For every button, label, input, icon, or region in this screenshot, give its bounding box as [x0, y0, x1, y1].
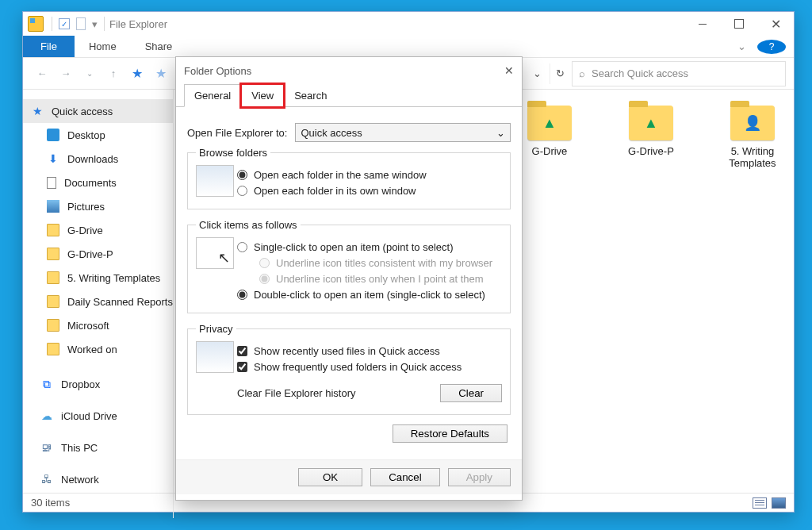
sidebar-quick-access[interactable]: ★Quick access	[23, 99, 173, 123]
user-icon: 👤	[743, 113, 762, 132]
app-icon	[28, 16, 44, 32]
ok-button[interactable]: OK	[298, 468, 362, 486]
radio-own-window[interactable]: Open each folder in its own window	[237, 185, 502, 197]
forward-button[interactable]: →	[55, 63, 77, 85]
checkbox-icon[interactable]: ✓	[59, 18, 70, 29]
folder-icon	[47, 295, 59, 308]
sidebar-icloud[interactable]: ☁iCloud Drive	[23, 404, 173, 428]
gdrive-icon: ▲	[540, 113, 559, 132]
sidebar-item-writing[interactable]: 5. Writing Templates	[23, 266, 173, 290]
network-icon: 🖧	[40, 473, 53, 486]
close-icon[interactable]: ✕	[504, 64, 514, 77]
window-title: File Explorer	[109, 18, 167, 30]
ribbon-collapse-icon[interactable]: ⌄	[723, 36, 754, 57]
folder-icon	[47, 271, 59, 284]
back-button[interactable]: ←	[31, 63, 53, 85]
folder-icon	[47, 248, 59, 260]
tab-home[interactable]: Home	[75, 36, 131, 57]
browse-folders-group: Browse folders Open each folder in the s…	[187, 147, 511, 209]
quick-access-toolbar: ✓ ▾	[52, 17, 105, 31]
radio-single-click[interactable]: Single-click to open an item (point to s…	[237, 241, 502, 253]
clear-history-label: Clear File Explorer history	[237, 387, 356, 399]
chevron-down-icon: ⌄	[496, 127, 505, 139]
item-label: G-Drive-P	[616, 145, 686, 157]
check-frequent-folders[interactable]: Show frequently used folders in Quick ac…	[237, 361, 502, 373]
quick-access-star-icon[interactable]: ★	[150, 63, 172, 85]
radio-same-window[interactable]: Open each folder in the same window	[237, 169, 502, 181]
click-items-group: Click items as follows ↖ Single-click to…	[187, 219, 511, 313]
item-count: 30 items	[31, 497, 70, 509]
dropdown-icon[interactable]: ▾	[92, 18, 98, 30]
search-placeholder: Search Quick access	[592, 67, 688, 79]
pictures-icon	[47, 200, 59, 213]
folder-item[interactable]: ▲ G-Drive-P	[616, 106, 686, 502]
dropbox-icon: ⧉	[40, 378, 53, 390]
folder-item[interactable]: ▲ G-Drive	[515, 106, 584, 502]
recent-dropdown-icon[interactable]: ⌄	[79, 63, 101, 85]
minimize-button[interactable]	[684, 12, 721, 36]
search-input[interactable]: ⌕ Search Quick access	[572, 61, 786, 86]
maximize-button[interactable]	[721, 12, 757, 36]
folder-icon	[47, 343, 59, 355]
sidebar-item-gdrive-p[interactable]: G-Drive-P	[23, 242, 173, 266]
folder-item[interactable]: 👤 5. Writing Templates	[718, 106, 787, 502]
folder-icon	[47, 319, 59, 332]
sidebar-network[interactable]: 🖧Network	[23, 467, 173, 491]
click-image-icon: ↖	[196, 237, 234, 269]
help-icon[interactable]: ?	[757, 40, 786, 54]
open-to-label: Open File Explorer to:	[187, 127, 287, 139]
sidebar-this-pc[interactable]: 🖳This PC	[23, 436, 173, 459]
browse-image-icon	[196, 165, 234, 197]
titlebar: ✓ ▾ File Explorer ✕	[23, 12, 794, 36]
open-to-select[interactable]: Quick access ⌄	[295, 123, 511, 142]
privacy-image-icon	[196, 341, 234, 373]
item-label: G-Drive	[515, 145, 584, 157]
sidebar-item-gdrive[interactable]: G-Drive	[23, 218, 173, 242]
radio-underline-browser: Underline icon titles consistent with my…	[259, 257, 502, 269]
radio-double-click[interactable]: Double-click to open an item (single-cli…	[237, 289, 502, 301]
dialog-titlebar[interactable]: Folder Options ✕	[176, 57, 522, 84]
item-label: 5. Writing Templates	[718, 145, 787, 169]
radio-underline-point: Underline icon titles only when I point …	[259, 273, 502, 285]
sidebar-item-daily[interactable]: Daily Scanned Reports	[23, 290, 173, 313]
check-recent-files[interactable]: Show recently used files in Quick access	[237, 345, 502, 357]
up-button[interactable]: ↑	[102, 63, 124, 85]
gdrive-icon: ▲	[642, 113, 661, 132]
downloads-icon: ⬇	[47, 152, 59, 165]
folder-options-dialog: Folder Options ✕ General View Search Ope…	[175, 56, 523, 501]
ribbon-tabs: File Home Share ⌄ ?	[23, 36, 794, 58]
refresh-button[interactable]: ↻	[550, 63, 570, 84]
search-icon: ⌕	[579, 67, 585, 79]
sidebar-item-desktop[interactable]: Desktop	[23, 123, 173, 147]
file-explorer-window: ✓ ▾ File Explorer ✕ File Home Share ⌄ ? …	[22, 11, 795, 513]
apply-button[interactable]: Apply	[448, 468, 511, 486]
quick-access-star-icon[interactable]: ★	[126, 63, 148, 85]
tab-view[interactable]: View	[241, 84, 284, 107]
tab-general[interactable]: General	[184, 84, 241, 107]
icloud-icon: ☁	[40, 409, 53, 422]
sidebar-item-documents[interactable]: Documents	[23, 171, 173, 194]
tab-share[interactable]: Share	[131, 36, 187, 57]
dialog-title: Folder Options	[184, 65, 251, 77]
clear-button[interactable]: Clear	[440, 384, 502, 402]
details-view-icon[interactable]	[753, 497, 767, 509]
desktop-icon	[47, 129, 59, 141]
tab-search[interactable]: Search	[284, 84, 337, 107]
cancel-button[interactable]: Cancel	[370, 468, 440, 486]
close-button[interactable]: ✕	[757, 12, 794, 36]
documents-icon	[47, 177, 56, 189]
sidebar-dropbox[interactable]: ⧉Dropbox	[23, 372, 173, 396]
address-dropdown-icon[interactable]: ⌄	[526, 63, 548, 85]
folder-icon	[47, 224, 59, 236]
sidebar-item-downloads[interactable]: ⬇Downloads	[23, 147, 173, 171]
pc-icon: 🖳	[40, 441, 53, 454]
sidebar: ★Quick access Desktop ⬇Downloads Documen…	[23, 90, 174, 518]
sidebar-item-pictures[interactable]: Pictures	[23, 194, 173, 218]
restore-defaults-button[interactable]: Restore Defaults	[393, 424, 508, 443]
sidebar-item-microsoft[interactable]: Microsoft	[23, 313, 173, 337]
sidebar-item-worked[interactable]: Worked on	[23, 337, 173, 361]
doc-icon[interactable]	[76, 17, 86, 30]
tab-file[interactable]: File	[23, 36, 75, 57]
large-icons-view-icon[interactable]	[772, 497, 786, 509]
privacy-group: Privacy Show recently used files in Quic…	[187, 323, 511, 415]
